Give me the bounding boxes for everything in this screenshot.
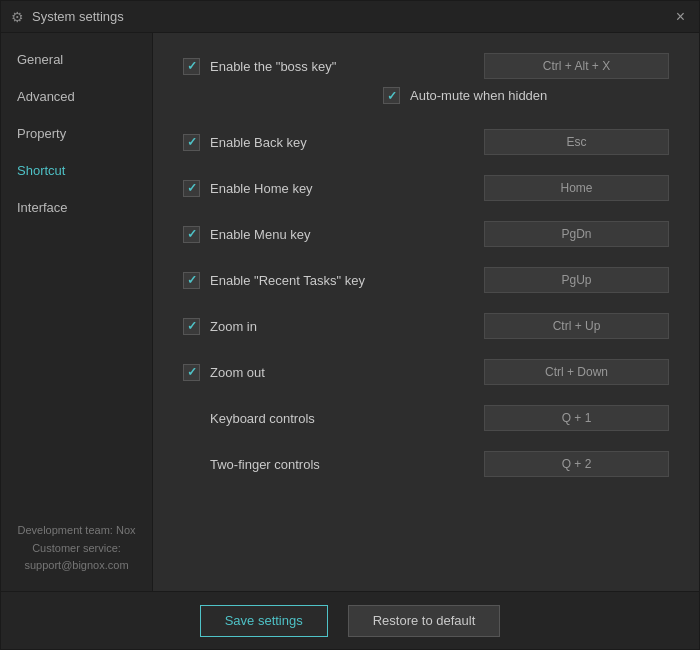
zoom-out-label: Zoom out [210, 365, 265, 380]
zoom-out-checkbox-wrap: Zoom out [183, 364, 484, 381]
boss-key-row: Enable the "boss key" Auto-mute when hid… [183, 53, 669, 104]
home-key-checkbox[interactable] [183, 180, 200, 197]
back-key-checkbox[interactable] [183, 134, 200, 151]
keyboard-controls-row: Keyboard controls [183, 404, 669, 432]
footer-line2: Customer service: [11, 540, 142, 558]
sidebar-item-interface[interactable]: Interface [1, 189, 152, 226]
boss-key-input[interactable] [484, 53, 669, 79]
keyboard-controls-input[interactable] [484, 405, 669, 431]
home-key-input[interactable] [484, 175, 669, 201]
main-panel: Enable the "boss key" Auto-mute when hid… [153, 33, 699, 591]
close-button[interactable]: × [672, 7, 689, 27]
home-key-checkbox-wrap: Enable Home key [183, 180, 484, 197]
zoom-in-input[interactable] [484, 313, 669, 339]
sidebar-item-property[interactable]: Property [1, 115, 152, 152]
footer-line1: Development team: Nox [11, 522, 142, 540]
boss-key-checkbox[interactable] [183, 58, 200, 75]
auto-mute-row: Auto-mute when hidden [383, 87, 547, 104]
back-key-input[interactable] [484, 129, 669, 155]
menu-key-checkbox-wrap: Enable Menu key [183, 226, 484, 243]
auto-mute-label: Auto-mute when hidden [410, 88, 547, 103]
recent-tasks-row: Enable "Recent Tasks" key [183, 266, 669, 294]
back-key-row: Enable Back key [183, 128, 669, 156]
window: ⚙ System settings × General Advanced Pro… [0, 0, 700, 650]
boss-key-checkbox-wrap: Enable the "boss key" [183, 58, 484, 75]
zoom-in-label: Zoom in [210, 319, 257, 334]
back-key-checkbox-wrap: Enable Back key [183, 134, 484, 151]
home-key-row: Enable Home key [183, 174, 669, 202]
menu-key-label: Enable Menu key [210, 227, 310, 242]
zoom-in-row: Zoom in [183, 312, 669, 340]
two-finger-input[interactable] [484, 451, 669, 477]
keyboard-controls-label: Keyboard controls [183, 411, 484, 426]
titlebar: ⚙ System settings × [1, 1, 699, 33]
back-key-label: Enable Back key [210, 135, 307, 150]
boss-key-label: Enable the "boss key" [210, 59, 336, 74]
restore-button[interactable]: Restore to default [348, 605, 501, 637]
zoom-out-checkbox[interactable] [183, 364, 200, 381]
boss-key-main: Enable the "boss key" [183, 53, 669, 79]
recent-tasks-checkbox-wrap: Enable "Recent Tasks" key [183, 272, 484, 289]
recent-tasks-label: Enable "Recent Tasks" key [210, 273, 365, 288]
zoom-out-input[interactable] [484, 359, 669, 385]
sidebar: General Advanced Property Shortcut Inter… [1, 33, 153, 591]
menu-key-checkbox[interactable] [183, 226, 200, 243]
gear-icon: ⚙ [11, 9, 24, 25]
footer-line3: support@bignox.com [11, 557, 142, 575]
save-button[interactable]: Save settings [200, 605, 328, 637]
zoom-out-row: Zoom out [183, 358, 669, 386]
titlebar-left: ⚙ System settings [11, 9, 124, 25]
recent-tasks-checkbox[interactable] [183, 272, 200, 289]
zoom-in-checkbox[interactable] [183, 318, 200, 335]
menu-key-input[interactable] [484, 221, 669, 247]
recent-tasks-input[interactable] [484, 267, 669, 293]
content-area: General Advanced Property Shortcut Inter… [1, 33, 699, 591]
zoom-in-checkbox-wrap: Zoom in [183, 318, 484, 335]
window-title: System settings [32, 9, 124, 24]
two-finger-row: Two-finger controls [183, 450, 669, 478]
sidebar-item-advanced[interactable]: Advanced [1, 78, 152, 115]
sidebar-item-general[interactable]: General [1, 41, 152, 78]
menu-key-row: Enable Menu key [183, 220, 669, 248]
home-key-label: Enable Home key [210, 181, 313, 196]
sidebar-item-shortcut[interactable]: Shortcut [1, 152, 152, 189]
auto-mute-checkbox[interactable] [383, 87, 400, 104]
two-finger-label: Two-finger controls [183, 457, 484, 472]
sidebar-footer: Development team: Nox Customer service: … [1, 510, 152, 591]
bottom-bar: Save settings Restore to default [1, 591, 699, 649]
